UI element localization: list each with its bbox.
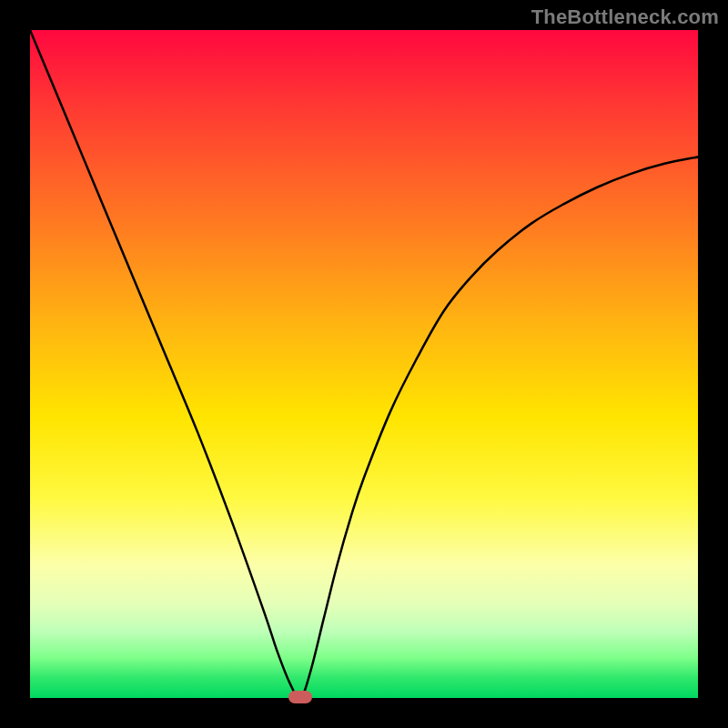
optimal-point-marker <box>288 691 312 703</box>
plot-area <box>30 30 698 698</box>
bottleneck-curve <box>30 30 698 698</box>
chart-frame: TheBottleneck.com <box>0 0 728 728</box>
watermark-text: TheBottleneck.com <box>531 5 719 29</box>
